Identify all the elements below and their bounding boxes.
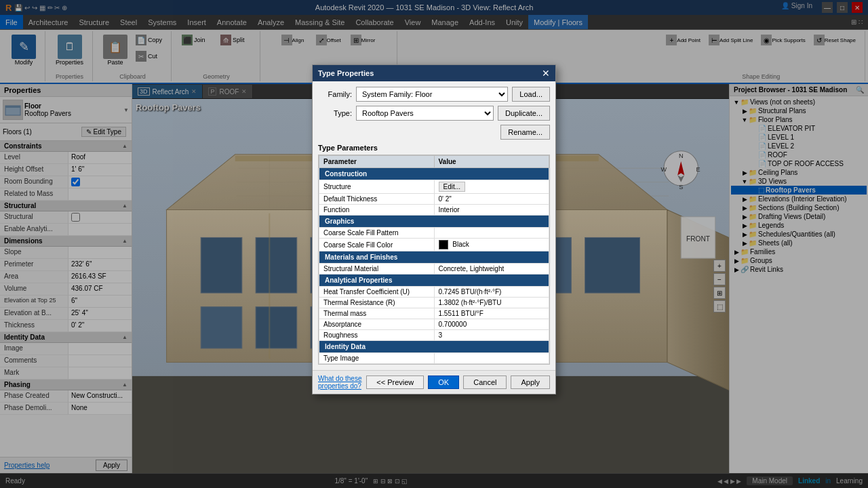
row-absorptance: Absorptance 0.700000	[319, 319, 549, 330]
row-coarse-fill-color[interactable]: Coarse Scale Fill Color Black	[319, 239, 549, 251]
type-params-label: Type Parameters	[318, 144, 550, 152]
section-identity-data: Identity Data	[319, 341, 549, 353]
row-type-image: Type Image	[319, 353, 549, 364]
section-materials: Materials and Finishes	[319, 251, 549, 264]
rename-button[interactable]: Rename...	[500, 125, 550, 140]
type-select[interactable]: Rooftop Pavers	[356, 106, 494, 121]
section-construction: Construction	[319, 168, 549, 180]
family-label: Family:	[318, 90, 352, 98]
apply-button[interactable]: Apply	[511, 375, 550, 389]
color-swatch-black	[439, 240, 448, 249]
load-button[interactable]: Load...	[512, 87, 550, 102]
row-thermal-mass: Thermal mass 1.5511 BTU/°F	[319, 308, 549, 319]
family-row: Family: System Family: Floor Load...	[318, 87, 550, 102]
dialog-title: Type Properties	[318, 69, 374, 77]
cancel-button[interactable]: Cancel	[463, 375, 507, 389]
row-roughness: Roughness 3	[319, 330, 549, 341]
preview-button[interactable]: << Preview	[366, 375, 424, 389]
row-structural-material[interactable]: Structural Material Concrete, Lightweigh…	[319, 264, 549, 274]
row-structure[interactable]: Structure Edit...	[319, 180, 549, 194]
row-function[interactable]: Function Interior	[319, 205, 549, 216]
dialog-titlebar: Type Properties ✕	[313, 65, 555, 81]
row-thermal-resistance: Thermal Resistance (R) 1.3802 (h·ft²·°F)…	[319, 298, 549, 308]
duplicate-button[interactable]: Duplicate...	[498, 106, 550, 121]
type-row: Type: Rooftop Pavers Duplicate...	[318, 106, 550, 121]
type-params-table: Parameter Value Construction Structure E…	[319, 155, 549, 364]
row-default-thickness[interactable]: Default Thickness 0' 2"	[319, 194, 549, 205]
type-label: Type:	[318, 109, 352, 117]
section-graphics: Graphics	[319, 216, 549, 228]
col-value: Value	[434, 156, 549, 168]
col-parameter: Parameter	[319, 156, 435, 168]
type-properties-dialog: Type Properties ✕ Family: System Family:…	[312, 64, 556, 394]
ok-button[interactable]: OK	[428, 375, 459, 389]
row-heat-transfer: Heat Transfer Coefficient (U) 0.7245 BTU…	[319, 287, 549, 298]
dialog-body: Family: System Family: Floor Load... Typ…	[313, 81, 555, 370]
structure-edit-btn[interactable]: Edit...	[439, 182, 466, 192]
rename-row: Rename...	[318, 125, 550, 140]
section-analytical: Analytical Properties	[319, 274, 549, 287]
what-do-link[interactable]: What do these properties do?	[318, 375, 362, 390]
row-coarse-fill-pattern[interactable]: Coarse Scale Fill Pattern	[319, 228, 549, 239]
dialog-footer: What do these properties do? << Preview …	[313, 370, 555, 394]
dialog-close-button[interactable]: ✕	[542, 68, 550, 79]
type-params-table-container[interactable]: Parameter Value Construction Structure E…	[318, 155, 550, 365]
family-select[interactable]: System Family: Floor	[356, 87, 508, 102]
modal-overlay: Type Properties ✕ Family: System Family:…	[0, 0, 868, 488]
